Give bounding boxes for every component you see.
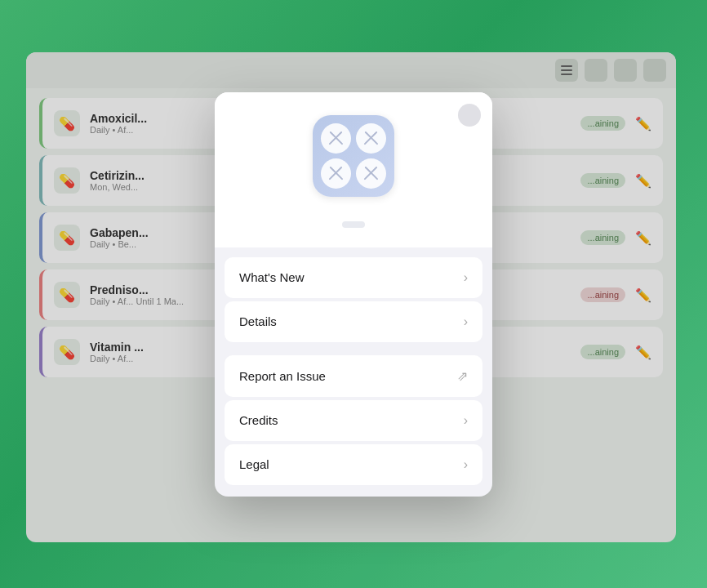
modal-header (215, 92, 492, 247)
menu-item-report-issue[interactable]: Report an Issue ⇗ (225, 355, 482, 397)
modal-close-button[interactable] (458, 104, 481, 127)
menu-item-legal[interactable]: Legal › (225, 444, 482, 485)
modal-menu: What's New › Details › Report an Issue ⇗… (215, 247, 492, 497)
about-modal: What's New › Details › Report an Issue ⇗… (215, 92, 492, 497)
menu-item-label: Legal (239, 457, 269, 471)
menu-item-chevron: › (464, 413, 468, 428)
menu-item-chevron: › (464, 457, 468, 472)
menu-item-whats-new[interactable]: What's New › (225, 257, 482, 298)
version-badge (342, 221, 365, 228)
menu-item-chevron: › (464, 314, 468, 329)
app-icon (313, 115, 394, 197)
menu-item-label: Report an Issue (239, 369, 326, 383)
menu-item-label: What's New (239, 270, 305, 284)
pill-2 (356, 123, 386, 154)
menu-item-label: Details (239, 314, 277, 328)
menu-item-chevron: › (464, 270, 468, 285)
menu-item-chevron: ⇗ (457, 368, 468, 384)
menu-item-credits[interactable]: Credits › (225, 400, 482, 441)
pill-3 (321, 158, 351, 189)
pill-1 (321, 123, 351, 154)
pill-4 (356, 158, 386, 189)
modal-overlay: What's New › Details › Report an Issue ⇗… (0, 0, 707, 588)
menu-item-details[interactable]: Details › (225, 301, 482, 342)
menu-item-label: Credits (239, 413, 278, 427)
